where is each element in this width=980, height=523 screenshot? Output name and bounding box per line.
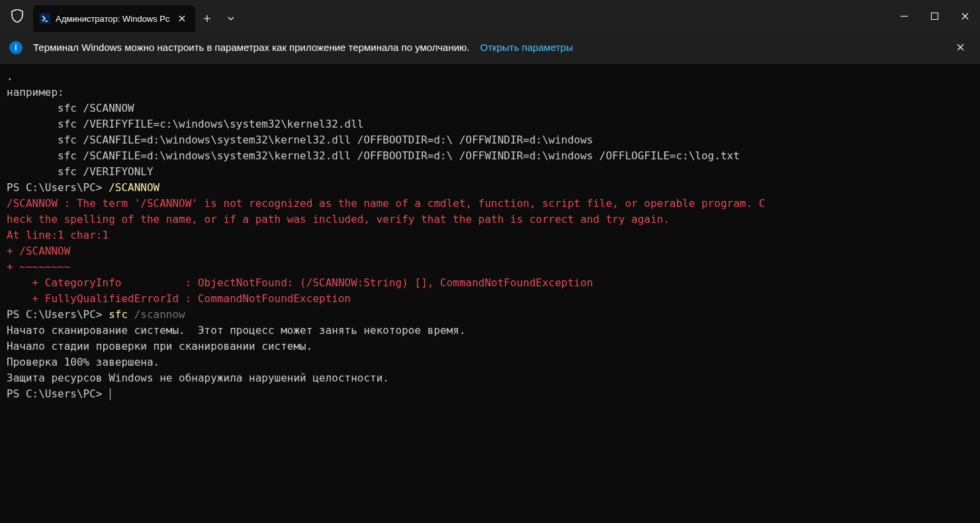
info-bar: i Терминал Windows можно настроить в пар… [0,32,980,63]
tab-title: Администратор: Windows Pc [56,14,170,24]
titlebar: Администратор: Windows Pc [0,0,980,32]
terminal-line: PS C:\Users\PC> sfc /scannow [7,307,973,323]
window-controls [889,0,980,32]
tab-powershell[interactable]: Администратор: Windows Pc [33,5,195,32]
terminal-output[interactable]: .например: sfc /SCANNOW sfc /VERIFYFILE=… [0,63,980,523]
terminal-line: например: [7,85,973,101]
terminal-line: sfc /SCANFILE=d:\windows\system32\kernel… [7,132,973,148]
terminal-line: sfc /SCANNOW [7,101,973,116]
terminal-line: Проверка 100% завершена. [7,354,973,370]
svg-rect-1 [901,16,908,17]
tab-close-button[interactable] [175,12,189,25]
svg-rect-2 [931,13,938,19]
terminal-line: Защита ресурсов Windows не обнаружила на… [7,370,973,386]
info-icon: i [9,41,22,54]
close-button[interactable] [950,0,980,32]
terminal-line: sfc /VERIFYFILE=c:\windows\system32\kern… [7,116,973,132]
shield-icon [7,5,28,26]
terminal-line: PS C:\Users\PC> [7,386,973,402]
titlebar-left [0,0,28,32]
terminal-line: /SCANNOW : The term '/SCANNOW' is not re… [7,196,973,212]
terminal-line: At line:1 char:1 [7,227,973,243]
terminal-line: Начато сканирование системы. Этот процес… [7,323,973,339]
info-message: Терминал Windows можно настроить в парам… [33,42,470,53]
terminal-line: + CategoryInfo : ObjectNotFound: (/SCANN… [7,275,973,291]
open-settings-link[interactable]: Открыть параметры [480,42,573,53]
terminal-line: + ~~~~~~~~ [7,259,973,275]
tab-dropdown-button[interactable] [219,5,243,32]
terminal-line: + /SCANNOW [7,243,973,259]
terminal-line: heck the spelling of the name, or if a p… [7,212,973,227]
terminal-line: Начало стадии проверки при сканировании … [7,339,973,354]
terminal-line: PS C:\Users\PC> /SCANNOW [7,180,973,196]
terminal-line: . [7,69,973,85]
new-tab-button[interactable] [195,5,219,32]
terminal-line: + FullyQualifiedErrorId : CommandNotFoun… [7,291,973,307]
powershell-icon [40,13,50,24]
info-close-button[interactable] [950,37,971,58]
maximize-button[interactable] [919,0,950,32]
minimize-button[interactable] [889,0,919,32]
titlebar-drag-area[interactable] [243,0,889,32]
terminal-cursor [110,388,111,400]
terminal-line: sfc /SCANFILE=d:\windows\system32\kernel… [7,148,973,164]
terminal-line: sfc /VERIFYONLY [7,164,973,180]
